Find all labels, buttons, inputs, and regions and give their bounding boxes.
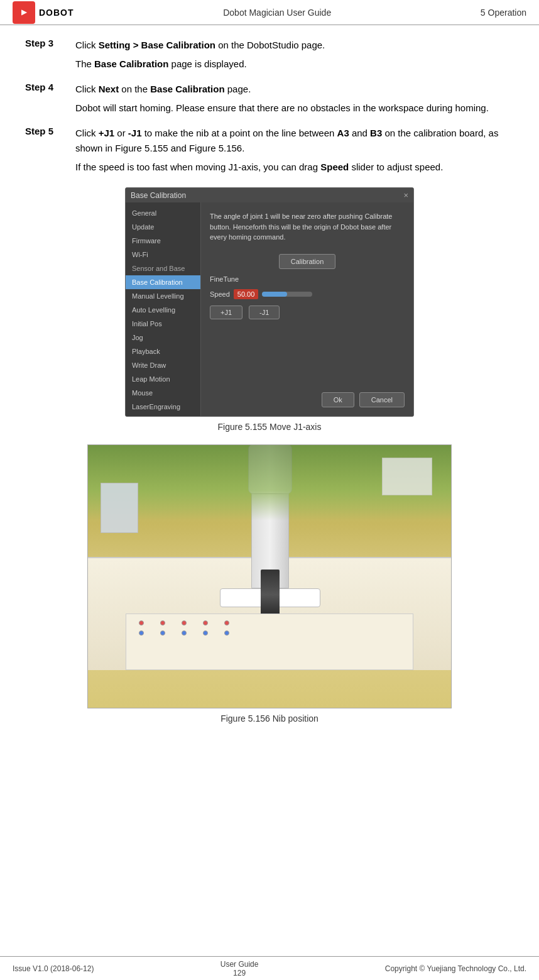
- minus-j1-button[interactable]: -J1: [249, 306, 280, 319]
- figure-155-container: Base Calibration × General Update Firmwa…: [25, 187, 514, 432]
- speed-row: Speed 50.00: [210, 289, 405, 299]
- plus-j1-button[interactable]: +J1: [210, 306, 242, 319]
- speed-slider[interactable]: [262, 292, 312, 297]
- document-title: Dobot Magician User Guide: [74, 8, 481, 18]
- dot-a2: [160, 620, 165, 625]
- menu-jog[interactable]: Jog: [126, 331, 200, 344]
- step3-line2: The Base Calibration page is displayed.: [75, 57, 514, 72]
- step3-row: Step 3 Click Setting > Base Calibration …: [25, 38, 514, 75]
- step4-line2: Dobot will start homing. Please ensure t…: [75, 101, 514, 116]
- screenshot-title: Base Calibration: [131, 191, 186, 200]
- menu-leap-motion[interactable]: Leap Motion: [126, 372, 200, 386]
- figure-156-caption: Figure 5.156 Nib position: [220, 713, 318, 724]
- step4-bold2: Base Calibration: [150, 84, 224, 94]
- dot-a4: [203, 620, 208, 625]
- step4-row: Step 4 Click Next on the Base Calibratio…: [25, 82, 514, 119]
- menu-manual-levelling[interactable]: Manual Levelling: [126, 289, 200, 303]
- settings-sidebar: General Update Firmware Wi-Fi Sensor and…: [126, 202, 201, 416]
- step5-bold-a3: A3: [337, 128, 349, 138]
- base-calibration-screenshot: Base Calibration × General Update Firmwa…: [125, 187, 414, 417]
- speed-value: 50.00: [234, 289, 259, 299]
- equipment-box2: [101, 483, 138, 533]
- dot-a1: [139, 620, 144, 625]
- footer-issue: Issue V1.0 (2018-06-12): [13, 964, 94, 973]
- calibration-info-text: The angle of joint 1 will be near zero a…: [210, 211, 405, 243]
- dot-b1: [139, 630, 144, 636]
- step5-row: Step 5 Click +J1 or -J1 to make the nib …: [25, 126, 514, 179]
- cancel-button[interactable]: Cancel: [359, 392, 405, 407]
- menu-wifi[interactable]: Wi-Fi: [126, 248, 200, 262]
- step4-line1: Click Next on the Base Calibration page.: [75, 82, 514, 97]
- menu-base-calibration[interactable]: Base Calibration: [126, 275, 200, 289]
- step5-bold-j1plus: +J1: [99, 128, 114, 138]
- j1-buttons-row: +J1 -J1: [210, 306, 405, 319]
- figure-156-container: Figure 5.156 Nib position: [25, 444, 514, 724]
- dot-a3: [182, 620, 187, 625]
- step5-bold-b3: B3: [370, 128, 382, 138]
- menu-auto-levelling[interactable]: Auto Levelling: [126, 303, 200, 317]
- dot-a5: [224, 620, 229, 625]
- dot-b5: [224, 630, 229, 636]
- ok-button[interactable]: Ok: [322, 392, 354, 407]
- footer-center: User Guide 129: [220, 960, 259, 977]
- menu-update[interactable]: Update: [126, 220, 200, 234]
- photo-scene: [88, 445, 451, 708]
- step4-bold1: Next: [99, 84, 119, 94]
- equipment-box: [382, 458, 432, 495]
- footer-guide-label: User Guide: [220, 960, 259, 969]
- calibration-content-panel: The angle of joint 1 will be near zero a…: [201, 202, 413, 416]
- step5-bold-speed: Speed: [320, 162, 349, 172]
- menu-laser-engraving[interactable]: LaserEngraving: [126, 400, 200, 414]
- dobot-logo: ▶: [13, 1, 35, 24]
- step3-bold1: Setting > Base Calibration: [99, 40, 215, 50]
- robot-nib: [261, 570, 280, 620]
- footer-page-number: 129: [233, 969, 246, 977]
- step5-line2: If the speed is too fast when moving J1-…: [75, 160, 514, 175]
- figure-155-caption: Figure 5.155 Move J1-axis: [218, 422, 322, 432]
- finetune-label: FineTune: [210, 275, 239, 283]
- logo-icon: ▶: [21, 8, 26, 16]
- step3-bold2: Base Calibration: [94, 58, 168, 69]
- dot-b3: [182, 630, 187, 636]
- dots-row-b: [126, 628, 413, 638]
- nib-position-photo: [87, 444, 452, 708]
- calibration-button[interactable]: Calibration: [279, 254, 336, 269]
- screenshot-titlebar: Base Calibration ×: [126, 188, 413, 202]
- menu-initial-pos[interactable]: Initial Pos: [126, 317, 200, 331]
- menu-section-sensor: Sensor and Base: [126, 262, 200, 275]
- speed-label: Speed: [210, 290, 230, 298]
- screenshot-close-btn[interactable]: ×: [403, 190, 408, 200]
- menu-mouse[interactable]: Mouse: [126, 386, 200, 400]
- step5-label: Step 5: [25, 126, 75, 136]
- step3-body: Click Setting > Base Calibration on the …: [75, 38, 514, 75]
- speed-slider-fill: [262, 292, 287, 297]
- menu-firmware[interactable]: Firmware: [126, 234, 200, 248]
- dot-b2: [160, 630, 165, 636]
- main-content: Step 3 Click Setting > Base Calibration …: [0, 25, 539, 745]
- menu-write-draw[interactable]: Write Draw: [126, 358, 200, 372]
- page-header: ▶ DOBOT Dobot Magician User Guide 5 Oper…: [0, 0, 539, 25]
- menu-playback[interactable]: Playback: [126, 344, 200, 358]
- step3-label: Step 3: [25, 38, 75, 48]
- step5-line1: Click +J1 or -J1 to make the nib at a po…: [75, 126, 514, 156]
- calibration-board: [126, 614, 413, 670]
- menu-general[interactable]: General: [126, 206, 200, 220]
- step3-line1: Click Setting > Base Calibration on the …: [75, 38, 514, 53]
- page-footer: Issue V1.0 (2018-06-12) User Guide 129 C…: [0, 956, 539, 980]
- step4-label: Step 4: [25, 82, 75, 92]
- screenshot-body: General Update Firmware Wi-Fi Sensor and…: [126, 202, 413, 416]
- panel-footer: Ok Cancel: [210, 386, 405, 407]
- brand-name: DOBOT: [39, 8, 74, 18]
- step5-bold-j1minus: -J1: [128, 128, 142, 138]
- logo-area: ▶ DOBOT: [13, 1, 74, 24]
- footer-copyright: Copyright © Yuejiang Technology Co., Ltd…: [385, 964, 526, 973]
- dots-row-a: [126, 614, 413, 628]
- step4-body: Click Next on the Base Calibration page.…: [75, 82, 514, 119]
- finetune-row: FineTune: [210, 275, 405, 283]
- chapter-label: 5 Operation: [481, 8, 526, 18]
- step5-body: Click +J1 or -J1 to make the nib at a po…: [75, 126, 514, 179]
- dot-b4: [203, 630, 208, 636]
